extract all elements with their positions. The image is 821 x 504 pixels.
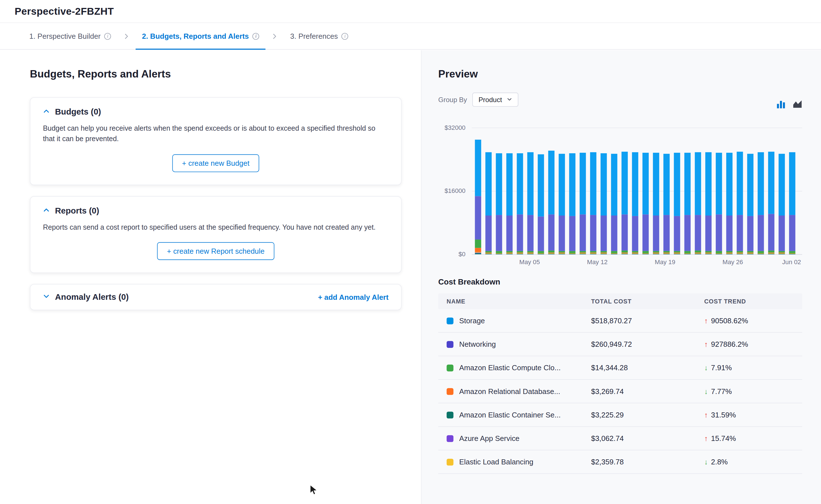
chevron-right-icon: [272, 33, 278, 39]
row-name: Networking: [459, 340, 496, 348]
series-color-swatch: [447, 435, 453, 442]
breakdown-rows: Storage $518,870.27 ↑ 90508.62% Networki…: [438, 309, 802, 474]
y-tick-label: $0: [458, 251, 465, 258]
trend-arrow-icon: ↓: [704, 387, 708, 396]
tab-label: 2. Budgets, Reports and Alerts: [142, 32, 249, 40]
preview-heading: Preview: [438, 68, 802, 80]
app-window: Perspective-2FBZHT 1. Perspective Builde…: [0, 0, 821, 504]
row-name: Amazon Relational Database...: [459, 387, 560, 396]
add-anomaly-alert-link[interactable]: + add Anomaly Alert: [318, 293, 388, 301]
reports-card-title: Reports (0): [55, 206, 99, 215]
row-cost-trend: 7.77%: [711, 387, 732, 396]
budgets-card: Budgets (0) Budget can help you receive …: [30, 97, 401, 185]
tab-budgets-reports-alerts[interactable]: 2. Budgets, Reports and Alerts i: [135, 23, 266, 49]
chart-bar: [569, 128, 575, 254]
chart-bar: [643, 128, 649, 254]
chart-bar: [789, 128, 795, 254]
series-color-swatch: [447, 317, 453, 324]
tab-label: 3. Preferences: [290, 32, 338, 40]
chevron-down-icon: [507, 96, 512, 104]
chart-bar: [737, 128, 743, 254]
create-report-schedule-button[interactable]: + create new Report schedule: [157, 242, 274, 260]
reports-card-header[interactable]: Reports (0): [43, 206, 389, 215]
chart-bar: [695, 128, 701, 254]
column-header-total-cost: TOTAL COST: [591, 298, 704, 304]
chart-bar: [684, 128, 691, 254]
create-budget-button[interactable]: + create new Budget: [172, 154, 260, 172]
reports-description: Reports can send a cost report to specif…: [43, 222, 389, 232]
row-total-cost: $3,062.74: [591, 434, 704, 443]
trend-arrow-icon: ↓: [704, 363, 708, 372]
section-heading: Budgets, Reports and Alerts: [30, 68, 401, 80]
x-tick-label: Jun 02: [782, 259, 801, 266]
table-row[interactable]: Amazon Elastic Container Se... $3,225.29…: [438, 403, 802, 427]
trend-arrow-icon: ↓: [704, 458, 708, 466]
chart-bar: [726, 128, 732, 254]
chevron-up-icon: [43, 206, 50, 215]
row-name: Elastic Load Balancing: [459, 458, 533, 466]
chart-bar: [779, 128, 785, 254]
series-color-swatch: [447, 341, 453, 348]
x-tick-label: May 05: [519, 259, 540, 266]
tab-label: 1. Perspective Builder: [29, 32, 101, 40]
chart-bar: [705, 128, 712, 254]
chart-bar: [622, 128, 628, 254]
chart-bar: [663, 128, 670, 254]
left-panel: Budgets, Reports and Alerts Budgets (0) …: [0, 50, 421, 504]
chart-bar: [538, 128, 544, 254]
chart-bar: [517, 128, 523, 254]
area-chart-icon[interactable]: [792, 98, 803, 110]
cost-breakdown-title: Cost Breakdown: [438, 277, 802, 286]
budgets-card-header[interactable]: Budgets (0): [43, 107, 389, 117]
info-icon[interactable]: i: [104, 33, 111, 40]
chart-bar: [747, 128, 753, 254]
groupby-label: Group By: [438, 96, 467, 104]
row-name: Amazon Elastic Compute Clo...: [459, 363, 560, 372]
groupby-dropdown[interactable]: Product: [472, 92, 518, 107]
anomaly-card-title: Anomaly Alerts (0): [55, 292, 128, 301]
row-total-cost: $3,225.29: [591, 411, 704, 419]
chart-xticks: May 05May 12May 19May 26Jun 02: [472, 254, 802, 267]
chart-bar: [758, 128, 764, 254]
series-color-swatch: [447, 388, 453, 395]
chevron-down-icon: [43, 292, 50, 301]
info-icon[interactable]: i: [253, 33, 259, 40]
row-cost-trend: 90508.62%: [711, 316, 748, 325]
tab-perspective-builder[interactable]: 1. Perspective Builder i: [23, 23, 117, 49]
table-row[interactable]: Azure App Service $3,062.74 ↑ 15.74%: [438, 427, 802, 450]
chart-bar: [496, 128, 502, 254]
app-header: Perspective-2FBZHT: [0, 0, 821, 23]
groupby-value: Product: [478, 96, 502, 104]
chart-bar: [600, 128, 607, 254]
anomaly-card-header[interactable]: Anomaly Alerts (0): [43, 292, 129, 301]
preview-panel: Preview Group By Product $32000 $16000: [421, 50, 821, 504]
row-name: Amazon Elastic Container Se...: [459, 411, 560, 419]
chart-bar: [506, 128, 512, 254]
table-row[interactable]: Amazon Elastic Compute Clo... $14,344.28…: [438, 356, 802, 380]
trend-arrow-icon: ↑: [704, 411, 708, 419]
row-total-cost: $14,344.28: [591, 363, 704, 372]
chart-bar: [632, 128, 638, 254]
series-color-swatch: [447, 458, 453, 465]
chart-type-toggle: [775, 98, 803, 110]
tab-preferences[interactable]: 3. Preferences i: [284, 23, 355, 49]
table-row[interactable]: Amazon Relational Database... $3,269.74 …: [438, 380, 802, 403]
table-row[interactable]: Elastic Load Balancing $2,359.78 ↓ 2.8%: [438, 450, 802, 474]
chevron-right-icon: [124, 33, 129, 39]
row-name: Azure App Service: [459, 434, 519, 443]
table-row[interactable]: Storage $518,870.27 ↑ 90508.62%: [438, 309, 802, 333]
y-tick-label: $32000: [444, 124, 465, 131]
row-total-cost: $260,949.72: [591, 340, 704, 348]
info-icon[interactable]: i: [341, 33, 348, 40]
column-header-name: NAME: [447, 298, 591, 304]
wizard-tabbar: 1. Perspective Builder i 2. Budgets, Rep…: [0, 23, 821, 49]
bar-chart-icon[interactable]: [775, 98, 786, 110]
row-cost-trend: 927886.2%: [711, 340, 748, 348]
chart-bar: [590, 128, 596, 254]
budgets-card-title: Budgets (0): [55, 107, 101, 117]
chart-plot: May 05May 12May 19May 26Jun 02: [472, 128, 802, 254]
chart-y-axis: $32000 $16000 $0: [438, 128, 472, 254]
trend-arrow-icon: ↑: [704, 340, 708, 348]
chart-bar: [579, 128, 586, 254]
table-row[interactable]: Networking $260,949.72 ↑ 927886.2%: [438, 333, 802, 356]
